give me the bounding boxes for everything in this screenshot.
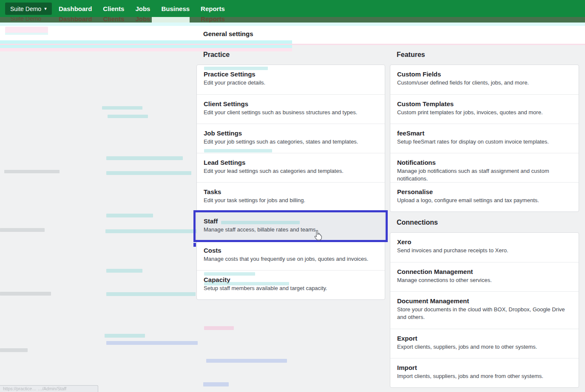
settings-item-description: Store your documents in the cloud with B… [397,306,567,321]
connections-card: Xero Send invoices and purchase receipts… [390,232,579,388]
settings-item-description: Manage connections to other services. [397,276,567,284]
settings-item-description: Setup feeSmart rates for display on cust… [397,138,567,146]
settings-list-item[interactable]: Xero Send invoices and purchase receipts… [390,233,579,262]
nav-item[interactable]: Business [161,5,190,12]
settings-list-item[interactable]: Custom Fields Custom/user defined fields… [390,65,579,94]
nav-item[interactable]: Clients [103,5,124,12]
practice-settings-card: Practice Settings Edit your practice det… [196,65,385,300]
render-artifact-stripe [0,45,292,48]
settings-item-title: Capacity [204,276,378,284]
settings-item-description: Manage costs that you frequently use on … [204,255,374,263]
settings-list-item[interactable]: Practice Settings Edit your practice det… [197,65,385,94]
settings-list-item[interactable]: Lead Settings Edit your lead settings su… [197,153,385,182]
account-menu-label: Suite Demo [10,6,41,12]
chevron-down-icon: ▾ [44,6,47,11]
settings-item-title: Client Settings [204,100,378,108]
settings-item-title: Tasks [204,188,378,196]
render-artifact-stripe [0,40,292,44]
page-title: General settings [203,30,253,37]
settings-list-item[interactable]: Costs Manage costs that you frequently u… [197,241,385,270]
settings-item-description: Edit your practice details. [204,79,374,87]
settings-item-title: Custom Fields [397,70,572,78]
settings-item-description: Edit your lead settings such as categori… [204,167,374,175]
settings-item-title: Connection Management [397,268,572,276]
ghost-artifact-chip [5,33,48,35]
settings-item-title: Xero [397,238,572,246]
nav-item[interactable]: Jobs [135,5,150,12]
ghost-artifact-chip [5,27,48,33]
settings-item-title: Import [397,364,572,372]
settings-item-description: Send invoices and purchase receipts to X… [397,247,567,254]
settings-list-item[interactable]: Tasks Edit your task settings for jobs a… [197,182,385,212]
account-menu-button[interactable]: Suite Demo ▾ [5,3,52,15]
settings-list-item[interactable]: Import Import clients, suppliers, jobs a… [390,358,579,387]
settings-item-title: Export [397,334,572,342]
browser-status-bar: https://practice… …/Admin/Staff [0,385,98,392]
active-tab-indicator [152,17,190,23]
settings-list-item[interactable]: Export Export clients, suppliers, jobs a… [390,329,579,358]
settings-list-item[interactable]: feeSmart Setup feeSmart rates for displa… [390,124,579,153]
settings-item-title: Document Management [397,297,572,305]
settings-item-description: Import clients, suppliers, jobs and more… [397,372,567,380]
settings-item-description: Manage job notifications such as staff a… [397,167,567,183]
settings-item-description: Setup staff members available and target… [204,285,374,292]
link-preview-text: https://practice… …/Admin/Staff [3,386,66,391]
settings-item-description: Edit your task settings for jobs and bil… [204,197,374,204]
settings-item-title: Custom Templates [397,100,572,108]
settings-item-description: Manage staff access, billable rates and … [204,226,374,234]
settings-list-item[interactable]: Document Management Store your documents… [390,291,579,329]
settings-item-title: Costs [204,246,378,254]
settings-item-description: Edit your job settings such as categorie… [204,138,374,146]
settings-list-item[interactable]: Custom Templates Custom print templates … [390,94,579,124]
settings-item-title: Staff [204,217,378,225]
settings-item-description: Custom/user defined fields for clients, … [397,79,567,87]
section-heading-connections: Connections [397,219,438,226]
section-heading-features: Features [397,51,425,59]
settings-list-item[interactable]: Capacity Setup staff members available a… [197,270,385,299]
settings-item-title: Practice Settings [204,70,378,78]
nav-item[interactable]: Reports [201,5,225,12]
hand-pointer-cursor [313,229,323,243]
nav-item[interactable]: Dashboard [59,5,92,12]
render-artifact-stripe [0,48,292,51]
section-heading-practice: Practice [203,51,230,59]
settings-item-title: Job Settings [204,129,378,137]
settings-item-description: Upload a logo, configure email settings … [397,197,567,204]
settings-item-description: Edit your client settings such as busine… [204,109,374,116]
settings-list-item[interactable]: Personalise Upload a logo, configure ema… [390,182,579,212]
settings-list-item[interactable]: Client Settings Edit your client setting… [197,94,385,124]
main-nav: DashboardClientsJobsBusinessReports [59,0,225,17]
settings-item-title: Personalise [397,188,572,196]
settings-list-item[interactable]: Notifications Manage job notifications s… [390,153,579,182]
settings-item-title: Lead Settings [204,158,378,166]
settings-item-title: Notifications [397,158,572,166]
settings-list-item[interactable]: Connection Management Manage connections… [390,262,579,291]
settings-list-item[interactable]: Job Settings Edit your job settings such… [197,124,385,153]
settings-item-description: Export clients, suppliers, jobs and more… [397,343,567,351]
features-card: Custom Fields Custom/user defined fields… [390,65,579,212]
render-artifact-stripe [0,23,585,26]
settings-item-description: Custom print templates for jobs, invoice… [397,109,567,116]
settings-list-item[interactable]: Staff Manage staff access, billable rate… [197,212,385,241]
settings-item-title: feeSmart [397,129,572,137]
